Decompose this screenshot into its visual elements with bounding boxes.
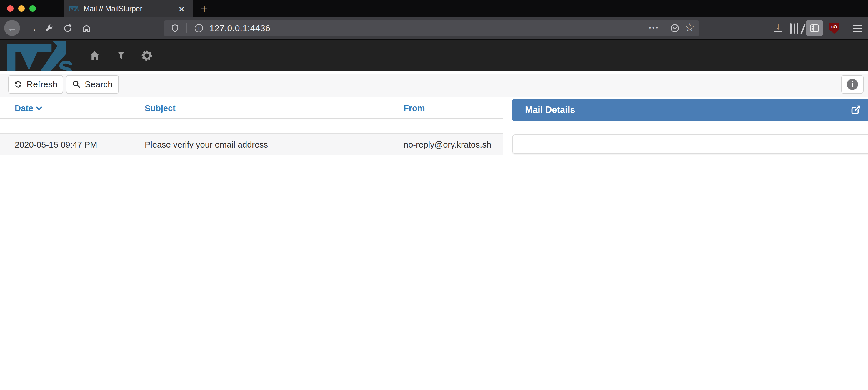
filter-icon (117, 51, 125, 60)
sort-chevron-down-icon (36, 107, 42, 111)
tracking-shield-icon[interactable] (170, 24, 179, 33)
mail-subject-link[interactable]: Please verify your email address (145, 134, 268, 156)
tab-close-icon[interactable]: × (179, 0, 184, 17)
downloads-button[interactable]: ↓ (772, 22, 784, 32)
action-toolbar: Refresh Search i (0, 73, 868, 97)
date-column-label: Date (15, 98, 33, 119)
mail-details-body (512, 134, 868, 154)
open-in-new-window-icon[interactable] (850, 104, 862, 116)
back-arrow-icon: ← (7, 23, 17, 33)
home-icon (82, 24, 91, 33)
mail-list-empty-row (0, 120, 503, 133)
menu-bar-icon (853, 31, 862, 32)
column-header-date[interactable]: Date (15, 98, 42, 119)
home-icon (90, 51, 100, 60)
menu-button[interactable] (853, 25, 862, 32)
new-tab-button[interactable]: + (196, 0, 212, 17)
site-info-glyph: i (198, 25, 199, 31)
mail-details-title: Mail Details (525, 98, 575, 121)
search-button[interactable]: Search (66, 75, 119, 94)
nav-home-button[interactable] (87, 40, 102, 71)
back-button[interactable]: ← (4, 20, 20, 36)
refresh-label: Refresh (27, 80, 57, 89)
library-bar-icon (794, 23, 795, 34)
browser-tab[interactable]: Mail // MailSlurper × (64, 0, 193, 17)
url-bar[interactable]: i 127.0.0.1:4436 ••• ☆ (163, 20, 700, 36)
page-actions-icon[interactable]: ••• (649, 24, 659, 31)
ublock-label: uO (831, 24, 837, 29)
browser-toolbar: ← → i 127 (0, 17, 868, 40)
mailslurper-favicon-icon (69, 6, 80, 11)
mailslurper-logo[interactable] (7, 40, 75, 71)
firefox-window: Mail // MailSlurper × + ← → (0, 0, 868, 390)
mail-details-header: Mail Details (512, 98, 868, 121)
nav-filter-button[interactable] (115, 40, 127, 71)
wrench-button[interactable] (43, 17, 55, 39)
macos-minimize-button[interactable] (18, 5, 25, 12)
info-icon: i (847, 79, 858, 90)
menu-bar-icon (853, 25, 862, 26)
mail-date-cell: 2020-05-15 09:47 PM (15, 134, 97, 156)
info-button[interactable]: i (841, 75, 864, 94)
browser-titlebar: Mail // MailSlurper × + (0, 0, 868, 17)
forward-button[interactable]: → (26, 17, 39, 39)
menu-bar-icon (853, 28, 862, 29)
search-icon (72, 80, 81, 89)
download-arrow-icon: ↓ (776, 22, 781, 31)
library-button[interactable] (790, 23, 802, 34)
browser-home-button[interactable] (80, 17, 93, 39)
library-bar-icon (790, 23, 792, 34)
sidebar-toggle-button[interactable] (806, 20, 823, 36)
sidebar-icon (809, 23, 820, 33)
ublock-origin-icon[interactable]: uO (829, 23, 839, 34)
reload-icon (63, 24, 72, 33)
macos-zoom-button[interactable] (29, 5, 36, 12)
download-bar-icon (774, 31, 782, 32)
mail-list-row[interactable]: 2020-05-15 09:47 PM Please verify your e… (0, 133, 503, 155)
info-glyph: i (851, 80, 853, 89)
urlbar-divider (186, 23, 187, 33)
refresh-button[interactable]: Refresh (8, 75, 63, 94)
search-label: Search (85, 80, 113, 89)
toolbar-separator (846, 22, 847, 34)
library-bar-icon (800, 24, 806, 34)
bookmark-star-icon[interactable]: ☆ (685, 21, 695, 34)
tab-title: Mail // MailSlurper (84, 4, 142, 13)
mailslurper-logo-icon (7, 40, 75, 71)
wrench-icon (44, 24, 53, 33)
refresh-icon (14, 80, 23, 89)
site-info-icon[interactable]: i (195, 24, 203, 32)
library-bar-icon (797, 23, 798, 34)
column-header-subject: Subject (145, 98, 176, 119)
macos-close-button[interactable] (7, 5, 13, 12)
url-text: 127.0.0.1:4436 (210, 23, 270, 33)
mailslurper-navbar (0, 40, 868, 71)
mail-list-header: Date Subject From (0, 98, 503, 119)
gear-icon (141, 50, 152, 61)
reload-button[interactable] (61, 17, 74, 39)
nav-settings-button[interactable] (140, 40, 154, 71)
column-header-from: From (404, 98, 425, 119)
mail-from-cell: no-reply@ory.kratos.sh (404, 134, 491, 156)
pocket-icon[interactable] (670, 24, 679, 33)
